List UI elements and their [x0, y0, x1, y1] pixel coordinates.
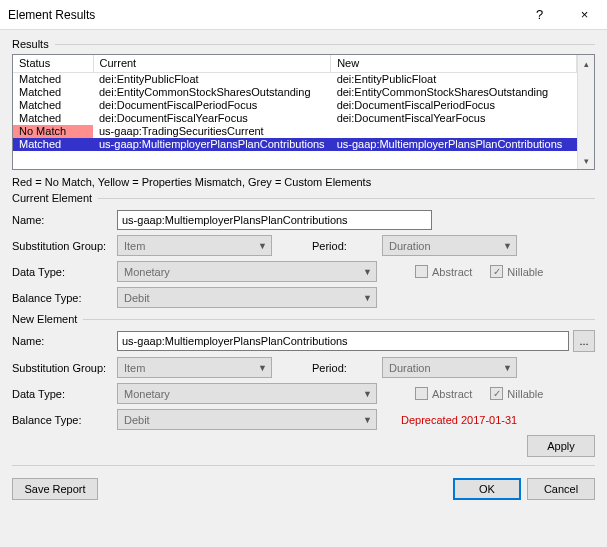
chevron-down-icon: ▼	[503, 241, 512, 251]
table-row[interactable]: Matcheddei:DocumentFiscalPeriodFocusdei:…	[13, 99, 577, 112]
deprecated-text: Deprecated 2017-01-31	[401, 414, 517, 426]
col-current[interactable]: Current	[93, 55, 331, 72]
current-balance-label: Balance Type:	[12, 292, 117, 304]
new-period-select[interactable]: Duration▼	[382, 357, 517, 378]
current-balance-select[interactable]: Debit▼	[117, 287, 377, 308]
legend-text: Red = No Match, Yellow = Properties Mism…	[12, 176, 595, 188]
chevron-down-icon: ▼	[258, 241, 267, 251]
new-period-label: Period:	[312, 362, 382, 374]
new-balance-select[interactable]: Debit▼	[117, 409, 377, 430]
new-abstract-check[interactable]: Abstract	[415, 387, 472, 400]
chevron-down-icon: ▼	[363, 267, 372, 277]
titlebar: Element Results ? ×	[0, 0, 607, 30]
new-name-label: Name:	[12, 335, 117, 347]
results-table[interactable]: Status Current New Matcheddei:EntityPubl…	[13, 55, 577, 151]
current-period-select[interactable]: Duration▼	[382, 235, 517, 256]
window-title: Element Results	[8, 8, 517, 22]
new-balance-label: Balance Type:	[12, 414, 117, 426]
scroll-down-icon[interactable]: ▾	[578, 152, 594, 169]
current-label: Current Element	[12, 192, 92, 204]
current-name-field[interactable]	[117, 210, 432, 230]
chevron-down-icon: ▼	[258, 363, 267, 373]
current-datatype-select[interactable]: Monetary▼	[117, 261, 377, 282]
col-status[interactable]: Status	[13, 55, 93, 72]
chevron-down-icon: ▼	[363, 293, 372, 303]
cancel-button[interactable]: Cancel	[527, 478, 595, 500]
new-subgroup-label: Substitution Group:	[12, 362, 117, 374]
table-row[interactable]: Matcheddei:DocumentFiscalYearFocusdei:Do…	[13, 112, 577, 125]
scroll-up-icon[interactable]: ▴	[578, 55, 594, 72]
current-nillable-check[interactable]: Nillable	[490, 265, 543, 278]
browse-button[interactable]: ...	[573, 330, 595, 352]
current-name-label: Name:	[12, 214, 117, 226]
table-row[interactable]: Matcheddei:EntityPublicFloatdei:EntityPu…	[13, 72, 577, 86]
new-group-label: New Element	[12, 313, 595, 325]
col-new[interactable]: New	[331, 55, 577, 72]
results-group-label: Results	[12, 38, 595, 50]
table-row[interactable]: No Matchus-gaap:TradingSecuritiesCurrent	[13, 125, 577, 138]
current-subgroup-label: Substitution Group:	[12, 240, 117, 252]
new-datatype-select[interactable]: Monetary▼	[117, 383, 377, 404]
results-table-wrap: Status Current New Matcheddei:EntityPubl…	[12, 54, 595, 170]
current-abstract-check[interactable]: Abstract	[415, 265, 472, 278]
scrollbar[interactable]: ▴ ▾	[577, 55, 594, 169]
dialog-content: Results Status Current New Matcheddei:En…	[0, 30, 607, 510]
table-row[interactable]: Matcheddei:EntityCommonStockSharesOutsta…	[13, 86, 577, 99]
apply-button[interactable]: Apply	[527, 435, 595, 457]
table-row[interactable]: Matchedus-gaap:MultiemployerPlansPlanCon…	[13, 138, 577, 151]
chevron-down-icon: ▼	[503, 363, 512, 373]
new-datatype-label: Data Type:	[12, 388, 117, 400]
current-period-label: Period:	[312, 240, 382, 252]
new-name-field[interactable]	[117, 331, 569, 351]
help-button[interactable]: ?	[517, 0, 562, 29]
save-report-button[interactable]: Save Report	[12, 478, 98, 500]
close-button[interactable]: ×	[562, 0, 607, 29]
new-nillable-check[interactable]: Nillable	[490, 387, 543, 400]
results-label: Results	[12, 38, 49, 50]
current-subgroup-select[interactable]: Item▼	[117, 235, 272, 256]
current-group-label: Current Element	[12, 192, 595, 204]
chevron-down-icon: ▼	[363, 415, 372, 425]
new-label: New Element	[12, 313, 77, 325]
current-datatype-label: Data Type:	[12, 266, 117, 278]
chevron-down-icon: ▼	[363, 389, 372, 399]
ok-button[interactable]: OK	[453, 478, 521, 500]
new-subgroup-select[interactable]: Item▼	[117, 357, 272, 378]
